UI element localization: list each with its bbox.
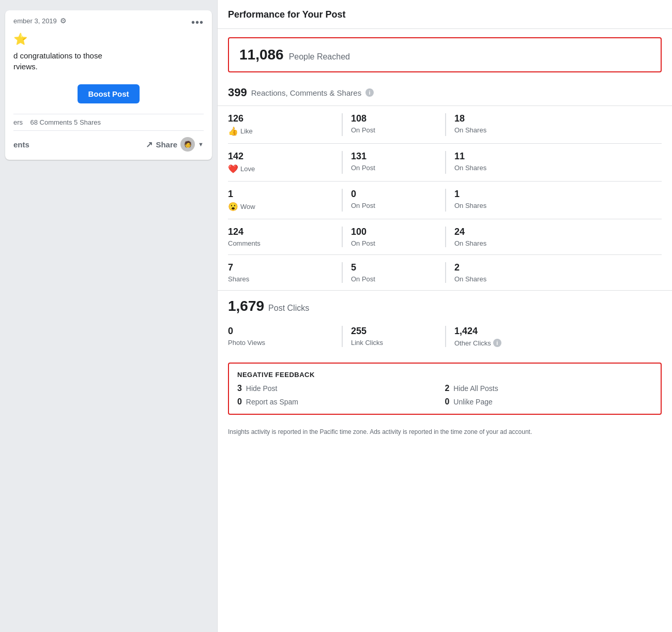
shares-on-post-num: 5 <box>351 262 445 273</box>
reactions-total-label: Reactions, Comments & Shares <box>251 88 361 97</box>
like-on-shares-num: 18 <box>454 113 662 124</box>
wow-total: 1 <box>228 189 342 200</box>
like-on-shares-label: On Shares <box>454 126 662 134</box>
like-label: 👍 Like <box>228 126 342 136</box>
share-label[interactable]: Share <box>156 140 177 149</box>
right-panel: Performance for Your Post 11,086 People … <box>217 0 672 632</box>
performance-title: Performance for Your Post <box>218 0 672 29</box>
love-on-post-num: 131 <box>351 151 445 162</box>
table-row: 126 👍 Like 108 On Post 18 On Shares <box>228 106 662 144</box>
wow-on-post-num: 0 <box>351 189 445 200</box>
on-shares-cell: 1 On Shares <box>445 189 662 212</box>
gear-icon[interactable]: ⚙ <box>60 17 67 25</box>
post-date: ember 3, 2019 ⚙ <box>13 17 67 25</box>
on-post-cell: 5 On Post <box>342 262 445 283</box>
post-comments-shares: 68 Comments 5 Shares <box>30 118 101 126</box>
wow-on-shares-num: 1 <box>454 189 662 200</box>
post-card: ember 3, 2019 ⚙ ••• ⭐ d congratulations … <box>5 10 212 160</box>
reached-label: People Reached <box>289 52 350 62</box>
on-post-cell: 131 On Post <box>342 151 445 174</box>
on-shares-cell: 2 On Shares <box>445 262 662 283</box>
on-shares-cell: 18 On Shares <box>445 113 662 136</box>
link-clicks-cell: 255 Link Clicks <box>342 326 445 347</box>
shares-label: Shares <box>228 275 342 283</box>
avatar: 🧑 <box>180 137 195 152</box>
reactions-total-number: 399 <box>228 86 247 99</box>
list-item: 0 Report as Spam <box>237 397 445 407</box>
post-date-text: ember 3, 2019 <box>13 17 57 25</box>
link-clicks-label: Link Clicks <box>351 339 445 347</box>
hide-post-num: 3 <box>237 384 242 393</box>
comments-total: 124 <box>228 227 342 237</box>
comments-on-post-num: 100 <box>351 227 445 237</box>
list-item: 0 Unlike Page <box>445 397 653 407</box>
on-shares-cell: 24 On Shares <box>445 227 662 247</box>
photo-views-label: Photo Views <box>228 339 342 347</box>
reaction-rows: 126 👍 Like 108 On Post 18 On Shares 142 … <box>218 106 672 290</box>
table-row: 124 Comments 100 On Post 24 On Shares <box>228 219 662 255</box>
report-spam-label: Report as Spam <box>246 398 298 406</box>
like-emoji: 👍 <box>228 126 238 136</box>
clicks-row: 0 Photo Views 255 Link Clicks 1,424 Othe… <box>228 321 662 350</box>
love-on-post-label: On Post <box>351 164 445 172</box>
link-clicks-num: 255 <box>351 326 445 337</box>
post-text-line2: rviews. <box>13 61 204 72</box>
shares-on-post-label: On Post <box>351 275 445 283</box>
shares-on-shares-label: On Shares <box>454 275 662 283</box>
footer-note: Insights activity is reported in the Pac… <box>218 422 672 447</box>
post-text: d congratulations to those rviews. <box>13 50 204 72</box>
other-clicks-info-icon[interactable]: i <box>493 339 501 347</box>
reactions-info-icon[interactable]: i <box>365 88 374 97</box>
boost-post-button[interactable]: Boost Post <box>78 84 139 103</box>
reached-number: 11,086 <box>239 47 284 63</box>
wow-emoji: 😮 <box>228 202 238 212</box>
love-total: 142 <box>228 151 342 162</box>
like-on-post-label: On Post <box>351 126 445 134</box>
comments-on-post-label: On Post <box>351 239 445 247</box>
love-label: ❤️ Love <box>228 164 342 174</box>
hide-all-posts-label: Hide All Posts <box>453 384 498 393</box>
reaction-total-cell: 7 Shares <box>228 262 342 283</box>
share-icon: ↗ <box>146 140 152 149</box>
on-post-cell: 108 On Post <box>342 113 445 136</box>
other-clicks-num: 1,424 <box>454 326 662 337</box>
report-spam-num: 0 <box>237 397 242 406</box>
table-row: 1 😮 Wow 0 On Post 1 On Shares <box>228 182 662 219</box>
comments-on-shares-num: 24 <box>454 227 662 237</box>
on-post-cell: 100 On Post <box>342 227 445 247</box>
table-row: 142 ❤️ Love 131 On Post 11 On Shares <box>228 144 662 182</box>
post-clicks-number: 1,679 <box>228 298 264 314</box>
post-actions: ents ↗ Share 🧑 ▼ <box>13 135 204 154</box>
wow-label: 😮 Wow <box>228 202 342 212</box>
star-icon: ⭐ <box>13 33 204 46</box>
on-shares-cell: 11 On Shares <box>445 151 662 174</box>
list-item: 3 Hide Post <box>237 384 445 393</box>
list-item: 2 Hide All Posts <box>445 384 653 393</box>
post-clicks-header: 1,679 Post Clicks <box>228 298 662 314</box>
more-options-icon[interactable]: ••• <box>191 17 204 28</box>
like-total: 126 <box>228 113 342 124</box>
on-post-cell: 0 On Post <box>342 189 445 212</box>
photo-views-num: 0 <box>228 326 342 337</box>
negative-feedback-box: NEGATIVE FEEDBACK 3 Hide Post 2 Hide All… <box>228 363 662 415</box>
comments-on-shares-label: On Shares <box>454 239 662 247</box>
post-clicks-label: Post Clicks <box>268 304 309 313</box>
shares-total: 7 <box>228 262 342 273</box>
love-emoji: ❤️ <box>228 164 238 174</box>
left-panel: ember 3, 2019 ⚙ ••• ⭐ d congratulations … <box>0 0 217 632</box>
love-on-shares-num: 11 <box>454 151 662 162</box>
other-clicks-label: Other Clicks i <box>454 339 662 347</box>
people-reached-box: 11,086 People Reached <box>228 37 662 72</box>
hide-post-label: Hide Post <box>246 384 278 393</box>
unlike-page-label: Unlike Page <box>453 398 493 406</box>
post-stats: ers 68 Comments 5 Shares <box>13 114 204 131</box>
unlike-page-num: 0 <box>445 397 450 406</box>
table-row: 7 Shares 5 On Post 2 On Shares <box>228 255 662 290</box>
hide-all-posts-num: 2 <box>445 384 450 393</box>
other-clicks-cell: 1,424 Other Clicks i <box>445 326 662 347</box>
photo-views-cell: 0 Photo Views <box>228 326 342 347</box>
avatar-dropdown-icon[interactable]: ▼ <box>198 141 204 147</box>
reactions-header: 399 Reactions, Comments & Shares i <box>218 81 672 106</box>
love-on-shares-label: On Shares <box>454 164 662 172</box>
reaction-total-cell: 124 Comments <box>228 227 342 247</box>
